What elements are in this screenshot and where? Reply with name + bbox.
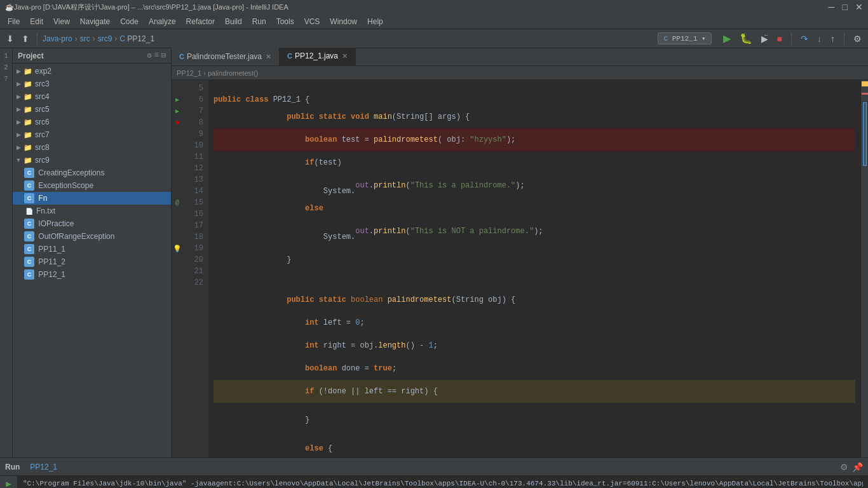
menu-analyze[interactable]: Analyze	[144, 16, 181, 27]
sidebar-settings-icon[interactable]: ⚙	[147, 51, 151, 60]
sidebar-gear-icon[interactable]: ≡	[154, 51, 159, 60]
sidebar-item-src6[interactable]: ▶📁src6	[13, 116, 171, 128]
editor-breadcrumb-path: PP12_1 › palindrometest()	[177, 69, 258, 77]
maximize-button[interactable]: □	[843, 2, 848, 12]
menu-build[interactable]: Build	[220, 16, 247, 27]
settings-button[interactable]: ⚙	[851, 32, 864, 45]
folder-icon: 📁	[23, 66, 33, 76]
stop-button[interactable]: ■	[775, 32, 785, 45]
sidebar-item-src8[interactable]: ▶📁src8	[13, 141, 171, 154]
marker-22	[172, 277, 183, 288]
toolbar-forward[interactable]: ⬆	[19, 32, 32, 45]
run-panel-settings[interactable]: ⚙	[840, 462, 848, 472]
marker-20	[172, 254, 183, 266]
gutter-bookmarks[interactable]: 2	[1, 62, 11, 72]
menu-tools[interactable]: Tools	[271, 16, 299, 27]
left-gutter: 1 2 7	[0, 48, 13, 458]
tab-pp12-1[interactable]: C PP12_1.java ✕	[280, 48, 356, 65]
title-bar: ☕ Java-pro [D:\JAVA程序设计\Java-pro] – ...\…	[0, 0, 868, 14]
sidebar-item-pp12_1[interactable]: C PP12_1	[13, 268, 171, 281]
java-icon: C	[24, 257, 34, 267]
menu-bar: File Edit View Navigate Code Analyze Ref…	[0, 14, 868, 29]
debug-button[interactable]: 🐛	[737, 31, 755, 46]
sidebar-item-fn[interactable]: C Fn	[13, 192, 171, 205]
run-panel-header: Run PP12_1 ⚙ 📌	[0, 458, 868, 476]
run-button[interactable]: ▶	[721, 31, 733, 46]
sidebar-item-exp2[interactable]: ▶📁exp2	[13, 65, 171, 78]
sidebar-item-creatingexceptions[interactable]: C CreatingExceptions	[13, 166, 171, 179]
editor-breadcrumb: PP12_1 › palindrometest()	[172, 66, 868, 80]
step-out-button[interactable]: ↑	[828, 32, 837, 45]
menu-navigate[interactable]: Navigate	[75, 16, 115, 27]
run-play-button[interactable]: ▶	[3, 478, 15, 488]
sidebar-item-pp11_1[interactable]: C PP11_1	[13, 243, 171, 255]
menu-file[interactable]: File	[3, 16, 25, 27]
sidebar-item-outofrangeexception[interactable]: C OutOfRangeException	[13, 230, 171, 243]
menu-window[interactable]: Window	[325, 16, 362, 27]
code-line-15: public static boolean palindrometest(Str…	[214, 288, 855, 311]
run-panel-content[interactable]: "C:\Program Files\Java\jdk-10\bin\java" …	[18, 476, 868, 488]
right-scroll-gutter[interactable]	[860, 80, 868, 458]
tree-arrow: ▼	[14, 157, 23, 163]
marker-21	[172, 266, 183, 277]
tree-item-label: src5	[35, 105, 50, 114]
sidebar-item-pp11_2[interactable]: C PP11_2	[13, 255, 171, 268]
tab-palindrometester[interactable]: C PalindromeTester.java ✕	[172, 48, 280, 65]
editor-wrapper: ▶ ▶ ● @ 💡	[172, 80, 868, 458]
tree-item-label: src8	[35, 143, 50, 152]
menu-code[interactable]: Code	[115, 16, 144, 27]
sidebar-item-iopractice[interactable]: C IOPractice	[13, 217, 171, 230]
sidebar-item-src9[interactable]: ▼📁src9	[13, 154, 171, 166]
menu-run[interactable]: Run	[247, 16, 271, 27]
marker-13	[172, 174, 183, 186]
code-line-7: public static void main(String[] args) {	[214, 105, 855, 128]
scrollbar-thumb[interactable]	[863, 102, 867, 166]
tree-item-label: PP11_2	[38, 257, 65, 266]
code-line-21: else {	[214, 437, 855, 458]
sidebar-item-src3[interactable]: ▶📁src3	[13, 78, 171, 90]
sidebar-item-src5[interactable]: ▶📁src5	[13, 103, 171, 116]
coverage-button[interactable]: ▶̈	[759, 32, 771, 45]
run-config-selector[interactable]: C PP12_1 ▾	[658, 32, 711, 44]
menu-view[interactable]: View	[48, 16, 75, 27]
breadcrumb-project[interactable]: Java-pro	[43, 34, 72, 43]
code-line-6: public class PP12_1 {	[214, 94, 855, 105]
sidebar-item-src7[interactable]: ▶📁src7	[13, 128, 171, 141]
java-icon: C	[24, 193, 34, 203]
menu-vcs[interactable]: VCS	[299, 16, 325, 27]
code-content[interactable]: public class PP12_1 { public static void…	[208, 80, 860, 458]
main-area: 1 2 7 Project ⚙ ≡ ⊟ ▶📁exp2▶📁src3▶📁src4▶📁…	[0, 48, 868, 458]
line-numbers: 5 6 7 8 9 10 11 12 13 14 15 16 17 18 19 …	[183, 80, 208, 458]
minimize-button[interactable]: ─	[829, 2, 835, 12]
menu-edit[interactable]: Edit	[25, 16, 48, 27]
sidebar-item-src4[interactable]: ▶📁src4	[13, 90, 171, 103]
breadcrumb-src[interactable]: src	[80, 34, 90, 43]
toolbar-back[interactable]: ⬇	[4, 32, 17, 45]
gutter-3[interactable]: 7	[1, 74, 11, 84]
menu-refactor[interactable]: Refactor	[181, 16, 220, 27]
breadcrumb-file[interactable]: C PP12_1	[119, 34, 154, 43]
code-editor[interactable]: ▶ ▶ ● @ 💡	[172, 80, 860, 458]
code-line-16: int left = 0;	[214, 311, 855, 334]
close-tab-palindrometester[interactable]: ✕	[266, 53, 271, 61]
close-tab-pp12-1[interactable]: ✕	[342, 52, 348, 60]
marker-9	[172, 128, 183, 140]
gutter-structure[interactable]: 1	[1, 51, 11, 61]
marker-14	[172, 186, 183, 197]
step-into-button[interactable]: ↓	[815, 32, 824, 45]
tree-item-label: PP12_1	[38, 270, 65, 279]
step-over-button[interactable]: ↷	[798, 32, 811, 45]
code-line-19: if (!done || left == right) {	[214, 380, 855, 403]
sidebar-item-fn-txt[interactable]: 📄Fn.txt	[13, 205, 171, 217]
code-line-5	[214, 83, 855, 94]
menu-help[interactable]: Help	[362, 16, 388, 27]
close-button[interactable]: ✕	[855, 2, 863, 12]
sidebar-hide-icon[interactable]: ⊟	[161, 51, 166, 60]
sidebar-item-exceptionscope[interactable]: C ExceptionScope	[13, 179, 171, 192]
marker-18	[172, 231, 183, 243]
tree-arrow: ▶	[14, 132, 23, 138]
code-line-12: System.out.println("This is NOT a palind…	[214, 220, 855, 243]
breadcrumb-src9[interactable]: src9	[98, 34, 112, 43]
run-panel-pin[interactable]: 📌	[852, 462, 863, 472]
run-left-toolbar: ▶ ↺ ■ ↑ ⤒ ⤓ ≡ ⚙ ⊗ ✕	[0, 476, 18, 488]
